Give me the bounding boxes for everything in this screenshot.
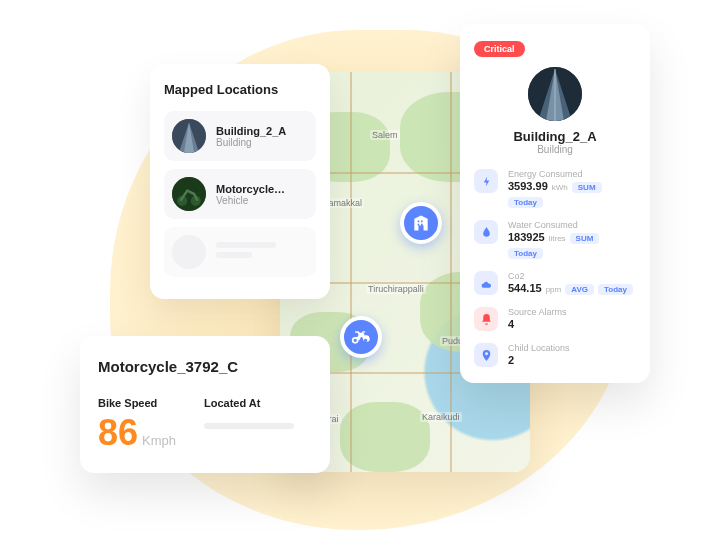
metric-alarms: Source Alarms 4 <box>474 307 636 331</box>
location-thumb-building <box>172 119 206 153</box>
location-type: Building <box>216 137 286 148</box>
motorcycle-icon <box>351 327 371 347</box>
metric-co2: Co2 544.15 ppm AVG Today <box>474 271 636 295</box>
metric-child-locations: Child Locations 2 <box>474 343 636 367</box>
location-item-placeholder <box>164 227 316 277</box>
status-badge-critical: Critical <box>474 41 525 57</box>
energy-icon <box>474 169 498 193</box>
location-item-building[interactable]: Building_2_A Building <box>164 111 316 161</box>
location-item-motorcycle[interactable]: Motorcycle… Vehicle <box>164 169 316 219</box>
speed-label: Bike Speed <box>98 397 176 409</box>
mapped-locations-card: Mapped Locations Building_2_A Building M… <box>150 64 330 299</box>
period-chip[interactable]: Today <box>598 284 633 295</box>
building-avatar <box>528 67 582 121</box>
speed-value: 86 <box>98 412 138 453</box>
location-pin-icon <box>474 343 498 367</box>
map-pin-motorcycle[interactable] <box>340 316 382 358</box>
speed-unit: Kmph <box>142 433 176 448</box>
motorcycle-title: Motorcycle_3792_C <box>98 358 312 375</box>
building-icon <box>411 213 431 233</box>
agg-chip[interactable]: AVG <box>565 284 594 295</box>
location-type: Vehicle <box>216 195 285 206</box>
agg-chip[interactable]: SUM <box>572 182 602 193</box>
svg-rect-3 <box>172 177 206 211</box>
location-name: Motorcycle… <box>216 183 285 195</box>
location-thumb-motorcycle <box>172 177 206 211</box>
located-at-placeholder <box>204 423 294 429</box>
detail-subtype: Building <box>474 144 636 155</box>
motorcycle-card: Motorcycle_3792_C Bike Speed 86Kmph Loca… <box>80 336 330 473</box>
period-chip[interactable]: Today <box>508 197 543 208</box>
detail-title: Building_2_A <box>474 129 636 144</box>
map-city-label: Tiruchirappalli <box>366 284 426 294</box>
building-detail-card: Critical Building_2_A Building Energy Co… <box>460 24 650 383</box>
metric-water: Water Consumed 183925 litres SUM Today <box>474 220 636 259</box>
agg-chip[interactable]: SUM <box>570 233 600 244</box>
map-city-label: Salem <box>370 130 400 140</box>
co2-icon <box>474 271 498 295</box>
metric-energy: Energy Consumed 3593.99 kWh SUM Today <box>474 169 636 208</box>
alarm-icon <box>474 307 498 331</box>
location-name: Building_2_A <box>216 125 286 137</box>
located-at-label: Located At <box>204 397 294 409</box>
map-pin-building[interactable] <box>400 202 442 244</box>
map-city-label: Karaikudi <box>420 412 462 422</box>
mapped-locations-title: Mapped Locations <box>164 82 316 97</box>
water-icon <box>474 220 498 244</box>
period-chip[interactable]: Today <box>508 248 543 259</box>
